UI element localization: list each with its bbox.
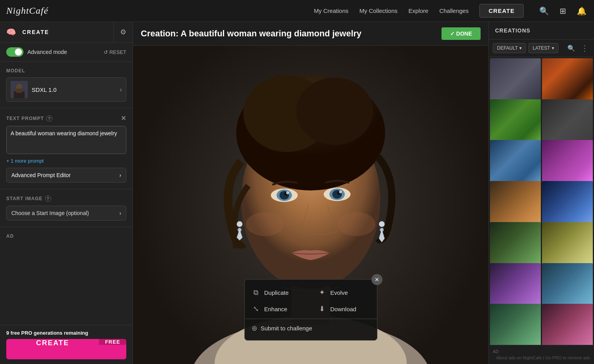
brain-icon: 🧠 <box>6 27 16 37</box>
svg-point-21 <box>339 190 342 193</box>
context-menu-close-button[interactable]: ✕ <box>371 274 382 285</box>
context-menu: ✕ ⧉ Duplicate ✦ Evolve ⤡ Enhance <box>244 279 377 341</box>
about-ads-link[interactable]: About ads on NightCafe <box>496 355 542 360</box>
nav-icons: 🔍 ⊞ 🔔 <box>538 5 588 17</box>
sidebar-top-row: 🧠 CREATE ⚙ <box>0 22 133 43</box>
prompt-textarea[interactable]: A beautiful woman wearing diamond jewelr… <box>6 126 126 154</box>
svg-point-26 <box>238 228 242 232</box>
grid-icon[interactable]: ⊞ <box>556 5 569 17</box>
search-icon[interactable]: 🔍 <box>538 5 550 17</box>
svg-point-3 <box>15 88 23 93</box>
creation-thumb-13[interactable] <box>490 304 541 345</box>
svg-point-27 <box>379 221 385 227</box>
filter-default-button[interactable]: DEFAULT ▾ <box>493 43 526 53</box>
advanced-mode-row: Advanced mode ↺ RESET <box>0 43 133 62</box>
app-logo: NightCafé <box>6 5 48 16</box>
text-prompt-section: TEXT PROMPT ? ✕ A beautiful woman wearin… <box>0 108 133 189</box>
right-sidebar-ad: AD About ads on NightCafe | Go PRO to re… <box>489 345 594 364</box>
bell-icon[interactable]: 🔔 <box>575 5 588 17</box>
right-sidebar: CREATIONS DEFAULT ▾ LATEST ▾ 🔍 ⋮ <box>488 22 594 364</box>
chevron-down-icon: ▾ <box>519 45 522 51</box>
nav-my-collections[interactable]: My Collections <box>359 7 398 14</box>
svg-point-22 <box>246 212 284 236</box>
gear-area[interactable]: ⚙ <box>113 22 133 42</box>
go-pro-link[interactable]: Go PRO to remove ads <box>546 355 590 360</box>
chevron-down-icon: ▾ <box>552 45 554 51</box>
context-menu-download[interactable]: ⬇ Download <box>311 301 377 317</box>
sidebar-title: CREATE <box>22 29 49 35</box>
brain-icon-area: 🧠 <box>0 22 16 42</box>
reset-icon: ↺ <box>104 49 108 55</box>
creations-grid <box>489 57 594 345</box>
more-options-button[interactable]: ⋮ <box>579 43 590 54</box>
context-menu-grid: ⧉ Duplicate ✦ Evolve ⤡ Enhance ⬇ Downloa… <box>245 284 377 317</box>
context-menu-enhance[interactable]: ⤡ Enhance <box>245 301 311 317</box>
context-menu-challenge[interactable]: ◎ Submit to challenge <box>245 321 377 335</box>
prompt-help-icon[interactable]: ? <box>46 115 52 122</box>
start-image-label: START IMAGE ? <box>6 195 126 202</box>
context-menu-duplicate[interactable]: ⧉ Duplicate <box>245 284 311 301</box>
create-button-label: CREATE <box>6 339 99 347</box>
prompt-clear-icon[interactable]: ✕ <box>121 115 126 122</box>
ad-section: AD <box>0 227 133 325</box>
model-name: SDXL 1.0 <box>32 86 116 93</box>
done-button[interactable]: ✓ DONE <box>441 27 481 40</box>
start-image-section: START IMAGE ? Choose a Start Image (opti… <box>0 189 133 227</box>
nav-create-button[interactable]: CREATE <box>479 4 524 18</box>
svg-point-11 <box>296 77 373 145</box>
creation-header: Creation: A beautiful woman wearing diam… <box>133 22 488 46</box>
challenge-icon: ◎ <box>252 325 257 332</box>
nav-links: My Creations My Collections Explore Chal… <box>314 4 524 18</box>
creation-thumb-14[interactable] <box>542 304 593 345</box>
nav-explore[interactable]: Explore <box>409 7 429 14</box>
left-sidebar: 🧠 CREATE ⚙ Advanced mode ↺ RESET MODEL <box>0 22 133 364</box>
advanced-mode-toggle[interactable] <box>6 47 23 57</box>
advanced-mode-label: Advanced mode <box>27 49 100 55</box>
model-selector[interactable]: SDXL 1.0 › <box>6 77 126 102</box>
svg-point-29 <box>380 228 384 232</box>
chevron-right-icon: › <box>119 172 121 178</box>
free-generations-text: 9 free PRO generations remaining <box>6 330 126 336</box>
nav-challenges[interactable]: Challenges <box>439 7 468 14</box>
model-section-label: MODEL <box>6 68 126 74</box>
creation-title: Creation: A beautiful woman wearing diam… <box>141 29 361 39</box>
top-navigation: NightCafé My Creations My Collections Ex… <box>0 0 594 22</box>
ad-links: About ads on NightCafe | Go PRO to remov… <box>493 355 590 360</box>
sidebar-footer: 9 free PRO generations remaining CREATE … <box>0 325 133 364</box>
chevron-right-icon: › <box>120 86 122 94</box>
svg-point-24 <box>237 221 242 227</box>
svg-point-16 <box>286 192 289 194</box>
context-menu-divider <box>245 319 377 319</box>
filter-latest-button[interactable]: LATEST ▾ <box>528 43 558 53</box>
advanced-prompt-editor-button[interactable]: Advanced Prompt Editor › <box>6 168 126 183</box>
search-button[interactable]: 🔍 <box>566 43 577 54</box>
create-free-button[interactable]: CREATE FREE <box>6 339 126 359</box>
right-sidebar-header: CREATIONS <box>489 22 594 39</box>
more-prompt-link[interactable]: + 1 more prompt <box>6 158 126 164</box>
svg-point-23 <box>337 212 375 236</box>
main-layout: 🧠 CREATE ⚙ Advanced mode ↺ RESET MODEL <box>0 22 594 364</box>
center-area: Creation: A beautiful woman wearing diam… <box>133 22 488 364</box>
context-menu-evolve[interactable]: ✦ Evolve <box>311 284 377 301</box>
enhance-icon: ⤡ <box>252 305 260 313</box>
text-prompt-label: TEXT PROMPT ? ✕ <box>6 115 126 122</box>
nav-my-creations[interactable]: My Creations <box>314 7 348 14</box>
model-section: MODEL SDXL 1.0 › <box>0 62 133 108</box>
duplicate-icon: ⧉ <box>252 289 260 297</box>
start-image-help-icon[interactable]: ? <box>45 195 51 202</box>
image-area: ✕ ⧉ Duplicate ✦ Evolve ⤡ Enhance <box>133 46 488 364</box>
start-image-button[interactable]: Choose a Start Image (optional) › <box>6 206 126 221</box>
download-icon: ⬇ <box>318 305 327 313</box>
right-sidebar-controls: DEFAULT ▾ LATEST ▾ 🔍 ⋮ <box>489 39 594 57</box>
evolve-icon: ✦ <box>318 288 327 297</box>
gear-icon[interactable]: ⚙ <box>120 28 126 36</box>
sidebar-create-label-area: CREATE <box>16 22 113 42</box>
chevron-right-icon: › <box>119 210 121 216</box>
reset-button[interactable]: ↺ RESET <box>104 49 126 55</box>
model-thumbnail <box>11 81 28 98</box>
free-badge: FREE <box>99 339 126 345</box>
